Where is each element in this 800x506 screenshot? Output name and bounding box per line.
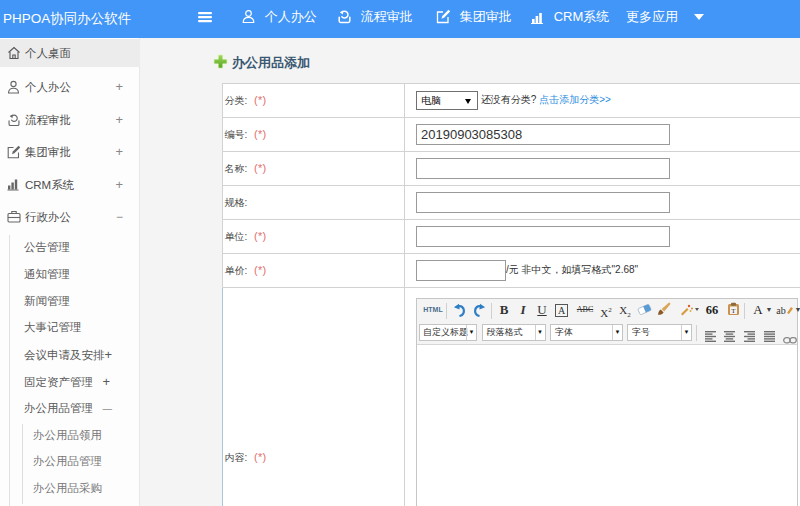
svg-text:T: T	[731, 307, 736, 315]
